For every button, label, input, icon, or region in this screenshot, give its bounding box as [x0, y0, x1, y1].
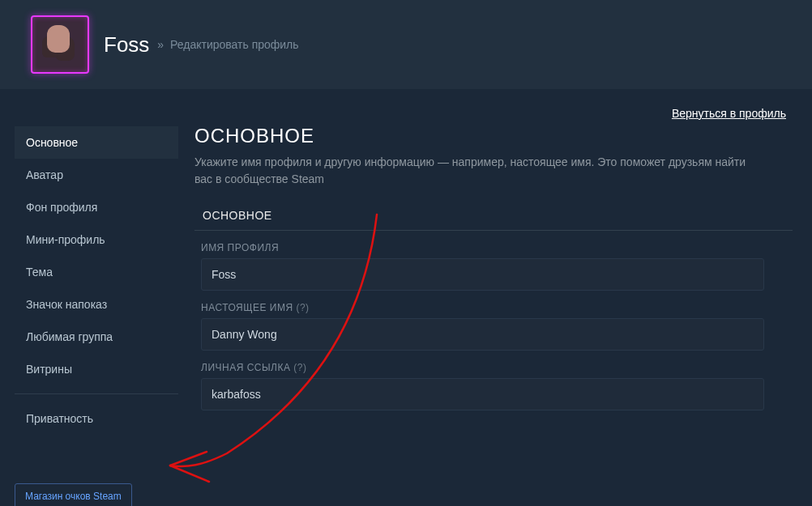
sidebar-item-avatar[interactable]: Аватар — [15, 159, 178, 191]
sidebar-item-theme[interactable]: Тема — [15, 256, 178, 288]
input-real-name[interactable] — [201, 318, 764, 351]
profile-display-name: Foss — [104, 32, 149, 57]
sidebar-item-general[interactable]: Основное — [15, 126, 178, 159]
help-icon[interactable]: (?) — [293, 362, 306, 373]
label-profile-name: ИМЯ ПРОФИЛЯ — [201, 242, 786, 253]
input-custom-url[interactable] — [201, 378, 764, 410]
main-panel: ОСНОВНОЕ Укажите имя профиля и другую ин… — [194, 125, 801, 506]
sidebar-item-privacy[interactable]: Приватность — [15, 402, 178, 435]
sidebar-item-background[interactable]: Фон профиля — [15, 191, 178, 223]
breadcrumb: » Редактировать профиль — [156, 38, 298, 51]
field-real-name: НАСТОЯЩЕЕ ИМЯ (?) — [194, 302, 793, 351]
breadcrumb-sep: » — [157, 38, 164, 51]
page-title: ОСНОВНОЕ — [194, 125, 793, 147]
sidebar-item-badge[interactable]: Значок напоказ — [15, 288, 178, 321]
field-profile-name: ИМЯ ПРОФИЛЯ — [194, 242, 793, 291]
field-custom-url: ЛИЧНАЯ ССЫЛКА (?) — [194, 362, 793, 410]
sidebar-divider — [15, 393, 178, 394]
sidebar: Основное Аватар Фон профиля Мини-профиль… — [15, 126, 178, 506]
points-shop-button[interactable]: Магазин очков Steam — [15, 483, 132, 506]
section-divider — [194, 230, 793, 231]
sidebar-item-miniprofile[interactable]: Мини-профиль — [15, 223, 178, 256]
label-real-name-text: НАСТОЯЩЕЕ ИМЯ — [201, 302, 293, 313]
input-profile-name[interactable] — [201, 258, 764, 291]
section-heading-general: ОСНОВНОЕ — [194, 209, 793, 222]
help-icon[interactable]: (?) — [296, 302, 309, 313]
sidebar-item-showcases[interactable]: Витрины — [15, 353, 178, 385]
label-custom-url-text: ЛИЧНАЯ ССЫЛКА — [201, 362, 291, 373]
breadcrumb-text: Редактировать профиль — [170, 38, 299, 51]
profile-header: Foss » Редактировать профиль — [0, 0, 812, 89]
label-custom-url: ЛИЧНАЯ ССЫЛКА (?) — [201, 362, 786, 373]
sidebar-item-group[interactable]: Любимая группа — [15, 321, 178, 353]
label-real-name: НАСТОЯЩЕЕ ИМЯ (?) — [201, 302, 786, 313]
return-to-profile-link[interactable]: Вернуться в профиль — [672, 107, 786, 120]
page-description: Укажите имя профиля и другую информацию … — [194, 154, 762, 188]
avatar[interactable] — [31, 15, 89, 74]
